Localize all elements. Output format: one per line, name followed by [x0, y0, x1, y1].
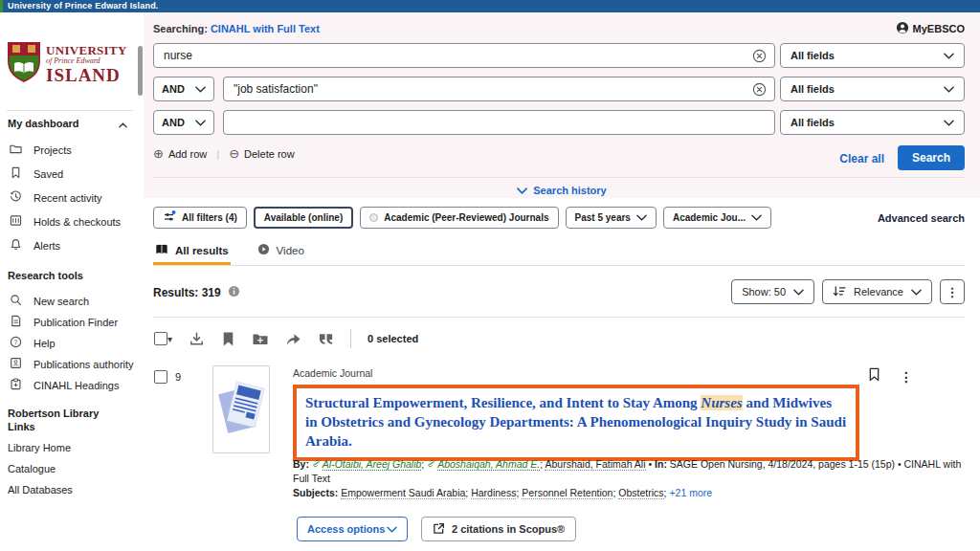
- subject-link[interactable]: Obstetrics: [618, 487, 663, 499]
- field-select-3[interactable]: All fields: [780, 110, 965, 135]
- result-type-label: Academic Journal: [293, 367, 372, 379]
- sidebar-item-projects[interactable]: Projects: [10, 143, 72, 157]
- field-select-1[interactable]: All fields: [780, 43, 965, 68]
- book-icon: [155, 243, 168, 257]
- select-caret-icon[interactable]: ▾: [167, 334, 172, 344]
- share-icon[interactable]: [285, 332, 301, 346]
- selected-count: 0 selected: [368, 333, 418, 344]
- highlighted-term: Nurses: [701, 395, 742, 410]
- sort-dropdown[interactable]: Relevance: [822, 279, 932, 304]
- my-dashboard-header[interactable]: My dashboard: [8, 115, 127, 132]
- chevron-down-icon: [517, 185, 527, 196]
- chevron-down-icon: [793, 286, 804, 298]
- result-buttons: Access options 2 citations in Scopus®: [297, 517, 576, 541]
- available-online-chip[interactable]: Available (online): [254, 207, 353, 229]
- sidebar-item-recent-activity[interactable]: Recent activity: [10, 190, 102, 205]
- clear-input-icon[interactable]: [752, 82, 767, 99]
- cite-quote-icon[interactable]: [318, 332, 334, 345]
- search-input-3[interactable]: [223, 110, 775, 135]
- chevron-down-icon: [911, 286, 922, 298]
- sidebar-item-alerts[interactable]: Alerts: [10, 238, 60, 253]
- subject-link[interactable]: Personnel Retention: [522, 487, 612, 499]
- bulk-actions-toolbar: ▾ 0 selected: [154, 329, 418, 348]
- search-input-2[interactable]: "job satisfaction": [223, 77, 775, 101]
- author-link[interactable]: Aboshaiqah, Ahmad E.: [437, 458, 540, 471]
- chevron-down-icon: [751, 212, 762, 223]
- sidebar-item-saved[interactable]: Saved: [10, 166, 63, 181]
- bookmark-icon[interactable]: [221, 331, 235, 347]
- result-thumbnail[interactable]: [212, 365, 270, 453]
- sidebar-item-new-search[interactable]: New search: [10, 294, 89, 308]
- upei-logo[interactable]: UNIVERSITY of Prince Edward ISLAND: [7, 41, 127, 87]
- author-link[interactable]: Al-Otaibi, Areej Ghalib: [323, 458, 422, 471]
- toolbar-separator: [350, 329, 351, 348]
- svg-text:?: ?: [14, 339, 18, 345]
- advanced-search-link[interactable]: Advanced search: [878, 212, 965, 224]
- help-icon: ?: [10, 336, 22, 350]
- bookmark-icon[interactable]: [868, 367, 880, 386]
- select-all-checkbox[interactable]: [154, 332, 167, 345]
- search-history-toggle[interactable]: Search history: [144, 185, 980, 196]
- sidebar-scrollbar[interactable]: [138, 46, 143, 96]
- search-icon: [10, 294, 22, 308]
- academic-journals-chip[interactable]: Academic Jou...: [663, 207, 771, 229]
- sidebar-item-help[interactable]: ? Help: [10, 336, 56, 350]
- boolean-select-2[interactable]: AND: [153, 77, 214, 101]
- clear-input-icon[interactable]: [752, 49, 767, 66]
- author-link-icon: [427, 458, 437, 470]
- kebab-menu-icon[interactable]: ⋮: [900, 369, 913, 385]
- results-tabs: All results Video: [153, 237, 965, 266]
- searching-row: Searching: CINAHL with Full Text: [153, 23, 320, 34]
- subject-link[interactable]: Hardiness: [471, 487, 516, 499]
- chevron-down-icon: [195, 83, 206, 95]
- chevron-up-icon: [119, 115, 127, 132]
- delete-row-button[interactable]: ⊖ Delete row: [229, 147, 294, 160]
- sidebar-link-catalogue[interactable]: Catalogue: [8, 463, 56, 474]
- external-link-icon: [433, 522, 445, 537]
- scopus-citations-button[interactable]: 2 citations in Scopus®: [421, 517, 576, 541]
- database-link[interactable]: CINAHL with Full Text: [211, 23, 320, 34]
- results-overflow-menu[interactable]: ⋮: [940, 279, 965, 304]
- tab-all-results[interactable]: All results: [153, 237, 231, 265]
- peer-reviewed-chip[interactable]: Academic (Peer-Reviewed) Journals: [360, 207, 558, 229]
- document-icon: [10, 315, 22, 329]
- author-link-icon: [312, 458, 323, 470]
- row-operations: ⊕ Add row | ⊖ Delete row: [153, 147, 295, 160]
- result-title[interactable]: Structural Empowerment, Resilience, and …: [293, 385, 859, 461]
- download-icon[interactable]: [189, 331, 205, 347]
- history-icon: [10, 190, 22, 205]
- sidebar-link-all-databases[interactable]: All Databases: [8, 484, 73, 496]
- boolean-select-3[interactable]: AND: [153, 110, 214, 135]
- top-bar-accent: [0, 0, 3, 12]
- institution-banner: University of Prince Edward Island.: [8, 1, 159, 11]
- tab-video[interactable]: Video: [256, 237, 306, 265]
- subject-link[interactable]: Empowerment Saudi Arabia: [341, 487, 465, 499]
- search-input-1[interactable]: nurse: [153, 43, 775, 68]
- chevron-down-icon: [944, 83, 954, 95]
- sidebar-item-publications-authority[interactable]: Publications authority: [10, 357, 134, 371]
- sidebar-item-cinahl-headings[interactable]: CINAHL Headings: [10, 378, 119, 392]
- author-link[interactable]: Aburshaid, Fatimah Ali: [545, 458, 645, 471]
- access-options-button[interactable]: Access options: [297, 517, 408, 541]
- add-to-folder-icon[interactable]: [252, 332, 269, 346]
- add-row-button[interactable]: ⊕ Add row: [153, 147, 207, 160]
- info-icon[interactable]: [228, 285, 240, 300]
- all-filters-chip[interactable]: All filters (4): [153, 207, 247, 229]
- result-checkbox[interactable]: [154, 370, 167, 384]
- past-5-years-chip[interactable]: Past 5 years: [566, 207, 657, 229]
- sidebar-item-publication-finder[interactable]: Publication Finder: [10, 315, 118, 329]
- byline-label: By:: [293, 458, 312, 470]
- panel-divider: [153, 177, 965, 178]
- result-actions: ⋮: [868, 367, 913, 386]
- sidebar-item-holds-checkouts[interactable]: Holds & checkouts: [10, 214, 121, 229]
- show-per-page-dropdown[interactable]: Show: 50: [731, 279, 814, 304]
- myebsco-button[interactable]: MyEBSCO: [896, 21, 965, 36]
- field-select-2[interactable]: All fields: [780, 77, 965, 101]
- sidebar-link-library-home[interactable]: Library Home: [8, 442, 71, 453]
- chevron-down-icon: [944, 50, 954, 61]
- clear-all-button[interactable]: Clear all: [839, 152, 884, 165]
- sort-icon: [833, 285, 846, 299]
- results-count: Results: 319: [153, 285, 240, 300]
- subjects-more-link[interactable]: +21 more: [669, 487, 712, 498]
- search-button[interactable]: Search: [898, 145, 965, 170]
